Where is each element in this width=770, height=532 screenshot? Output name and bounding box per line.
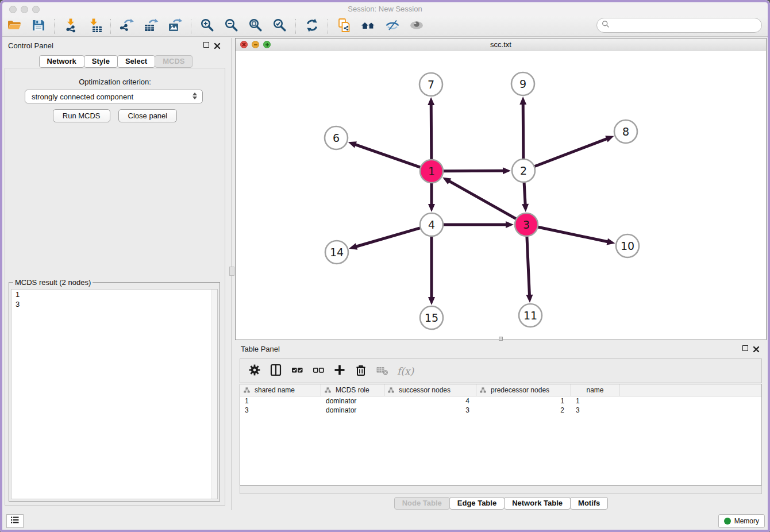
- table-toolbar: f(x): [240, 358, 762, 383]
- table-body: 1dominator4113dominator323: [240, 396, 761, 415]
- graph-edge-arrowhead: [503, 167, 511, 174]
- network-canvas[interactable]: 7968124314101511: [236, 51, 766, 340]
- zoom-selected-button[interactable]: [271, 18, 288, 35]
- table-cell: 4: [384, 397, 476, 405]
- hide-graphics-icon: [385, 18, 400, 35]
- column-header-name[interactable]: name: [571, 384, 619, 396]
- clone-network-button[interactable]: [336, 18, 353, 35]
- sitemap-icon: [244, 387, 250, 393]
- graph-node-label: 7: [428, 78, 434, 91]
- close-table-panel-button[interactable]: [753, 345, 760, 352]
- graph-edge-1-6[interactable]: [355, 144, 420, 167]
- graph-edge-arrowhead: [349, 243, 357, 250]
- graph-edge-arrowhead: [428, 97, 434, 105]
- graph-edge-3-1[interactable]: [449, 181, 516, 219]
- show-columns-button[interactable]: [267, 363, 284, 380]
- tab-network[interactable]: Network: [39, 55, 84, 68]
- graph-edge-arrowhead: [428, 297, 435, 305]
- column-header-mcds-role[interactable]: MCDS role: [321, 384, 384, 396]
- table-cell: 2: [476, 406, 571, 414]
- result-scrollbar[interactable]: [211, 290, 217, 499]
- add-column-icon: [333, 364, 346, 379]
- delete-table-button[interactable]: [374, 363, 391, 380]
- split-divider[interactable]: [229, 38, 235, 510]
- select-all-button[interactable]: [288, 363, 306, 380]
- main-toolbar: [2, 16, 768, 37]
- save-session-button[interactable]: [30, 18, 47, 35]
- task-history-button[interactable]: [6, 514, 24, 528]
- table-row[interactable]: 1dominator411: [240, 396, 761, 406]
- tab-edge-table[interactable]: Edge Table: [449, 497, 505, 510]
- tab-network-table[interactable]: Network Table: [504, 497, 571, 510]
- network-overview-icon: [361, 18, 376, 35]
- export-network-button[interactable]: [118, 18, 136, 35]
- control-panel: Control Panel Network Style Select MCDS …: [2, 38, 229, 510]
- hide-graphics-button[interactable]: [384, 18, 401, 35]
- trash-icon: [355, 364, 367, 379]
- zoom-out-button[interactable]: [223, 18, 240, 35]
- function-builder-button[interactable]: f(x): [397, 365, 414, 377]
- export-table-button[interactable]: [143, 18, 160, 35]
- zoom-selected-icon: [272, 18, 287, 35]
- graph-node-label: 2: [520, 164, 527, 177]
- import-table-button[interactable]: [86, 18, 103, 35]
- refresh-button[interactable]: [303, 18, 321, 35]
- table-settings-button[interactable]: [246, 363, 263, 380]
- close-panel-button-mcds[interactable]: Close panel: [118, 109, 178, 122]
- open-session-button[interactable]: [6, 18, 23, 35]
- show-graphics-icon: [409, 18, 424, 35]
- tab-motifs[interactable]: Motifs: [570, 497, 608, 510]
- float-table-panel-button[interactable]: [742, 345, 748, 351]
- zoom-fit-button[interactable]: [247, 18, 264, 35]
- select-all-icon: [291, 364, 303, 379]
- delete-button[interactable]: [352, 363, 369, 380]
- search-input[interactable]: [613, 21, 757, 30]
- add-column-button[interactable]: [331, 363, 348, 380]
- float-panel-button[interactable]: [203, 42, 209, 48]
- zoom-in-button[interactable]: [199, 18, 216, 35]
- mcds-panel: Optimization criterion: strongly connect…: [5, 68, 225, 506]
- table-cell: 1: [571, 397, 619, 405]
- tab-node-table[interactable]: Node Table: [394, 497, 450, 510]
- deselect-all-button[interactable]: [310, 363, 327, 380]
- graph-edge-2-8[interactable]: [535, 138, 608, 166]
- table-hscrollbar[interactable]: [240, 485, 762, 494]
- table-cell: dominator: [321, 397, 384, 405]
- refresh-icon: [305, 18, 319, 35]
- node-table: shared name MCDS role successor nodes pr…: [240, 384, 762, 485]
- export-image-button[interactable]: [167, 18, 184, 35]
- graph-node-label: 10: [621, 240, 634, 252]
- column-header-shared-name[interactable]: shared name: [240, 384, 321, 396]
- graph-node-label: 6: [333, 132, 340, 144]
- table-cell: 3: [240, 406, 321, 414]
- show-graphics-button[interactable]: [408, 18, 425, 35]
- memory-button[interactable]: Memory: [718, 514, 765, 528]
- criterion-select[interactable]: strongly connected component: [25, 90, 203, 103]
- table-tabs: Node Table Edge Table Network Table Moti…: [235, 497, 767, 510]
- graph-edge-1-2[interactable]: [444, 171, 504, 171]
- graph-edge-2-9[interactable]: [523, 103, 523, 159]
- resize-handle[interactable]: [499, 337, 503, 341]
- close-panel-button[interactable]: [214, 41, 221, 48]
- mcds-result-line: 3: [11, 299, 217, 309]
- import-network-button[interactable]: [62, 18, 79, 35]
- toolbar-separator: [295, 19, 297, 34]
- tab-style[interactable]: Style: [84, 55, 118, 68]
- mcds-result-list[interactable]: 1 3: [11, 289, 218, 499]
- graph-edge-arrowhead: [428, 204, 435, 212]
- table-row[interactable]: 3dominator323: [240, 406, 761, 415]
- run-mcds-button[interactable]: Run MCDS: [53, 109, 110, 122]
- tab-select[interactable]: Select: [117, 55, 155, 68]
- graph-edge-1-7[interactable]: [431, 104, 432, 159]
- graph-edge-2-3[interactable]: [524, 183, 525, 205]
- column-header-predecessor-nodes[interactable]: predecessor nodes: [476, 384, 571, 396]
- graph-edge-3-10[interactable]: [538, 227, 609, 242]
- graph-edge-3-11[interactable]: [527, 237, 530, 296]
- column-header-successor-nodes[interactable]: successor nodes: [384, 384, 476, 396]
- divider-grip[interactable]: [229, 267, 234, 276]
- zoom-fit-icon: [248, 18, 263, 35]
- graph-edge-4-14[interactable]: [356, 228, 420, 247]
- tab-mcds[interactable]: MCDS: [155, 55, 192, 68]
- graph-edge-arrowhead: [522, 204, 529, 212]
- network-overview-button[interactable]: [360, 18, 377, 35]
